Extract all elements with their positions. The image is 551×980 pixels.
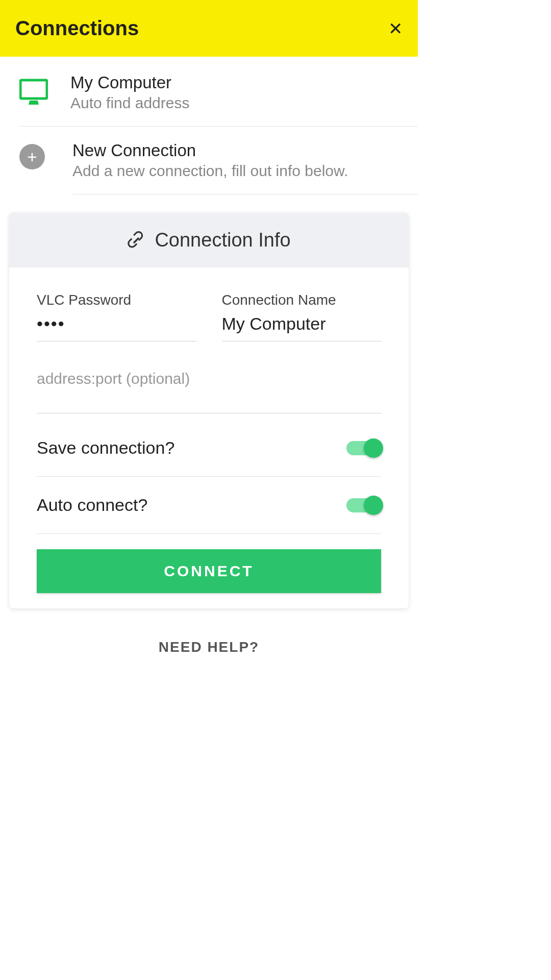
fields-row: VLC Password Connection Name [37,292,381,341]
connection-item-subtitle: Auto find address [70,94,189,112]
address-input[interactable] [37,370,381,387]
header: Connections ✕ [0,0,418,57]
card-header: Connection Info [9,213,409,267]
password-label: VLC Password [37,292,196,308]
auto-connect-row: Auto connect? [37,477,381,534]
connection-name-label: Connection Name [222,292,382,308]
password-field: VLC Password [37,292,196,341]
new-connection-subtitle: Add a new connection, fill out info belo… [72,162,418,180]
plus-icon: + [19,144,45,169]
help-section: NEED HELP? [0,608,418,676]
connection-info-card: Connection Info VLC Password Connection … [9,213,409,608]
toggle-knob [364,496,383,515]
address-field [37,370,381,413]
toggle-knob [364,438,383,458]
save-connection-row: Save connection? [37,420,381,477]
auto-connect-label: Auto connect? [37,495,147,515]
save-connection-label: Save connection? [37,438,174,458]
new-connection-title: New Connection [72,141,418,160]
card-header-title: Connection Info [155,229,290,251]
connection-item-my-computer[interactable]: My Computer Auto find address [19,57,418,127]
need-help-link[interactable]: NEED HELP? [159,639,259,655]
save-connection-toggle[interactable] [346,441,381,455]
connection-item-title: My Computer [70,73,189,92]
new-connection-text: New Connection Add a new connection, fil… [72,141,418,194]
new-connection-item[interactable]: + New Connection Add a new connection, f… [19,127,418,194]
svg-rect-0 [20,80,47,99]
card-body: VLC Password Connection Name Save connec… [9,267,409,608]
close-icon[interactable]: ✕ [388,20,403,37]
connection-name-field: Connection Name [222,292,382,341]
connection-item-text: My Computer Auto find address [70,73,189,112]
monitor-icon [19,78,48,107]
link-icon [127,231,145,250]
page-title: Connections [15,17,139,40]
connect-button[interactable]: CONNECT [37,549,381,593]
auto-connect-toggle[interactable] [346,498,381,512]
connection-name-input[interactable] [222,313,382,334]
password-input[interactable] [37,313,196,334]
